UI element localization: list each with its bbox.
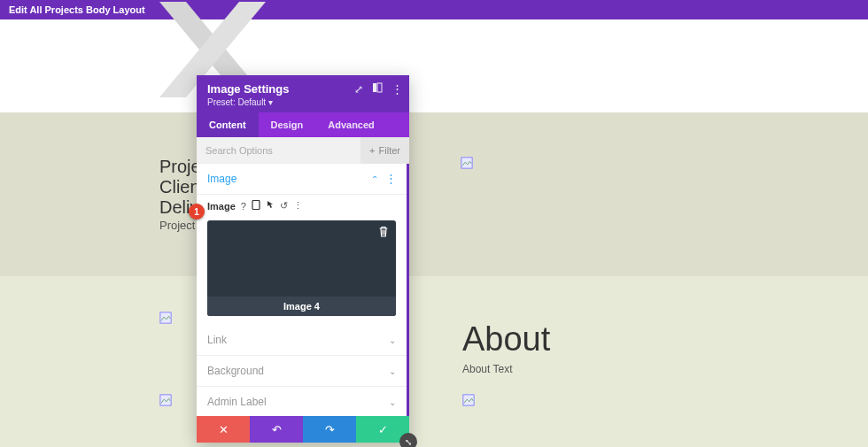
reset-icon[interactable]: ↺: [280, 200, 288, 212]
image-settings-modal: 1 Image Settings Preset: Default ▾ ⤢ ⋮ C…: [197, 75, 409, 443]
broken-image-icon: [159, 394, 172, 406]
tab-advanced[interactable]: Advanced: [315, 112, 387, 137]
trash-icon[interactable]: [378, 226, 389, 240]
section-background-header[interactable]: Background ⌄: [197, 356, 407, 387]
help-icon[interactable]: ?: [241, 201, 246, 212]
hover-icon[interactable]: [266, 200, 275, 212]
image-preview[interactable]: Image 4: [207, 220, 396, 316]
cancel-button[interactable]: ✕: [197, 416, 250, 443]
chevron-down-icon: ▾: [268, 97, 273, 107]
section-background-label: Background: [207, 365, 264, 377]
modal-header-actions: ⤢ ⋮: [354, 82, 402, 96]
undo-button[interactable]: ↶: [250, 416, 303, 443]
preset-label: Preset: Default: [207, 97, 268, 107]
section-admin-label: Admin Label: [207, 396, 267, 408]
resize-handle[interactable]: ⤡: [399, 433, 417, 447]
snap-icon[interactable]: [372, 82, 383, 96]
project-sub: Project I: [159, 219, 202, 232]
kebab-menu-icon[interactable]: ⋮: [385, 176, 396, 181]
broken-image-icon: [461, 157, 473, 169]
about-heading: About: [462, 320, 550, 358]
bg-white: [0, 19, 868, 112]
image-field-row: Image ? ↺ ⋮: [197, 195, 407, 215]
svg-rect-8: [252, 201, 260, 210]
chevron-down-icon: ⌄: [389, 397, 396, 407]
tab-design[interactable]: Design: [259, 112, 316, 137]
tablet-icon[interactable]: [252, 200, 260, 212]
top-bar: Edit All Projects Body Layout: [0, 0, 868, 19]
plus-icon: +: [369, 145, 375, 156]
section-image-header[interactable]: Image ⌃ ⋮: [197, 164, 407, 195]
section-link-header[interactable]: Link ⌄: [197, 325, 407, 356]
modal-footer: ✕ ↶ ↷ ✓: [197, 416, 409, 443]
modal-header[interactable]: Image Settings Preset: Default ▾ ⤢ ⋮: [197, 75, 409, 112]
image-caption: Image 4: [207, 297, 396, 316]
svg-rect-7: [377, 83, 382, 92]
chevron-down-icon: ⌄: [389, 366, 396, 376]
modal-tabs: Content Design Advanced: [197, 112, 409, 137]
section-admin-header[interactable]: Admin Label ⌄: [197, 387, 407, 416]
section-link-label: Link: [207, 334, 227, 346]
about-sub: About Text: [462, 363, 512, 375]
image-field-label: Image: [207, 201, 236, 212]
image-field-label-row: Image ? ↺ ⋮: [207, 200, 396, 212]
kebab-menu-icon[interactable]: ⋮: [391, 87, 402, 91]
broken-image-icon: [462, 394, 475, 406]
section-image-label: Image: [207, 173, 236, 185]
modal-body: Image ⌃ ⋮ Image ? ↺ ⋮: [197, 164, 409, 416]
filter-label: Filter: [379, 145, 400, 156]
search-input[interactable]: Search Options: [197, 145, 360, 156]
redo-button[interactable]: ↷: [303, 416, 356, 443]
modal-preset[interactable]: Preset: Default ▾: [207, 97, 399, 107]
tab-content[interactable]: Content: [197, 112, 259, 137]
bg-band: [0, 112, 868, 276]
svg-rect-6: [373, 83, 376, 92]
kebab-menu-icon[interactable]: ⋮: [293, 204, 302, 207]
top-bar-title: Edit All Projects Body Layout: [9, 4, 145, 15]
chevron-up-icon: ⌃: [371, 174, 378, 184]
expand-icon[interactable]: ⤢: [354, 83, 363, 96]
step-badge: 1: [189, 204, 205, 220]
broken-image-icon: [159, 312, 172, 324]
search-row: Search Options +Filter: [197, 137, 409, 164]
filter-button[interactable]: +Filter: [360, 137, 409, 164]
chevron-down-icon: ⌄: [389, 335, 396, 345]
page-canvas: Projec Client Delive Project I About Abo…: [0, 19, 868, 447]
